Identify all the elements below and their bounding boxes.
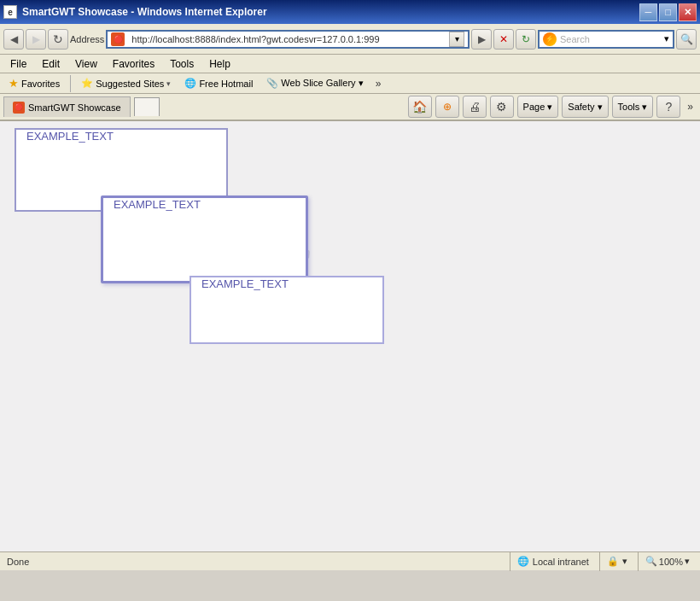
search-button[interactable]: 🔍: [676, 29, 697, 50]
menu-file[interactable]: File: [3, 56, 33, 72]
status-text: Done: [3, 557, 29, 567]
favorites-star-icon: ★: [9, 77, 19, 90]
tab-smartgwt[interactable]: 🔴 SmartGWT Showcase: [3, 96, 131, 117]
suggested-sites-item[interactable]: ⭐ Suggested Sites ▾: [76, 76, 176, 90]
address-dropdown-button[interactable]: ▾: [449, 32, 464, 47]
title-bar: e SmartGWT Showcase - Windows Internet E…: [0, 0, 700, 24]
search-dropdown-button[interactable]: ▾: [664, 33, 669, 44]
window-controls[interactable]: ─ □ ✕: [639, 3, 697, 21]
close-button[interactable]: ✕: [679, 3, 697, 21]
menu-help[interactable]: Help: [202, 56, 237, 72]
more-tools-button[interactable]: »: [684, 101, 697, 113]
suggested-sites-chevron-icon: ▾: [166, 79, 171, 88]
menu-view[interactable]: View: [68, 56, 104, 72]
suggested-sites-label: Suggested Sites: [96, 79, 164, 89]
print-button[interactable]: 🖨: [463, 96, 487, 118]
zoom-icon: 🔍: [645, 556, 657, 567]
nav-action-buttons: ▶ ✕ ↻: [471, 29, 536, 50]
status-right: 🌐 Local intranet 🔒 ▾ 🔍 100% ▾: [510, 552, 697, 571]
tools-dropdown[interactable]: Tools ▾: [612, 96, 654, 118]
go-button[interactable]: ▶: [471, 29, 492, 50]
address-input[interactable]: 🔴 http://localhost:8888/index.html?gwt.c…: [106, 30, 470, 49]
web-slice-gallery-label: Web Slice Gallery ▾: [281, 78, 363, 89]
app-icon: e: [3, 5, 17, 19]
address-label: Address: [70, 34, 104, 44]
panel-3-text: EXAMPLE_TEXT: [191, 267, 299, 300]
toolbar-right-buttons: 🏠 ⊕ 🖨 ⚙ Page ▾ Safety ▾ Tools ▾ ? »: [408, 96, 697, 118]
tab-label: SmartGWT Showcase: [28, 102, 121, 113]
help-button[interactable]: ?: [656, 96, 680, 118]
zoom-label: 100%: [659, 557, 683, 567]
title-bar-left: e SmartGWT Showcase - Windows Internet E…: [3, 5, 267, 19]
new-tab[interactable]: [134, 97, 160, 116]
menu-edit[interactable]: Edit: [35, 56, 67, 72]
zoom-chevron: ▾: [685, 556, 690, 567]
divider: [70, 75, 71, 92]
search-bar[interactable]: ⚡ Search ▾: [538, 30, 674, 49]
content-area: www.java2s.com EXAMPLE_TEXT EXAMPLE_TEXT…: [0, 121, 700, 551]
maximize-button[interactable]: □: [659, 3, 677, 21]
menu-bar: File Edit View Favorites Tools Help: [0, 55, 700, 73]
url-text: http://localhost:8888/index.html?gwt.cod…: [131, 34, 446, 44]
rss-button[interactable]: ⊕: [435, 96, 459, 118]
panel-2-text: EXAMPLE_TEXT: [103, 188, 211, 221]
back-button[interactable]: ◀: [3, 29, 24, 50]
favicon: 🔴: [111, 32, 125, 46]
address-bar: Address 🔴 http://localhost:8888/index.ht…: [70, 29, 536, 50]
web-slice-icon: 📎: [266, 78, 278, 89]
status-bar: Done 🌐 Local intranet 🔒 ▾ 🔍 100% ▾: [0, 551, 700, 570]
free-hotmail-label: Free Hotmail: [199, 79, 253, 89]
status-zoom[interactable]: 🔍 100% ▾: [638, 552, 697, 571]
tab-area: 🔴 SmartGWT Showcase: [3, 96, 160, 117]
safety-dropdown[interactable]: Safety ▾: [562, 96, 608, 118]
zone-icon: 🌐: [517, 556, 529, 567]
favorites-label: Favorites: [21, 79, 60, 89]
free-hotmail-icon: 🌐: [184, 78, 196, 89]
tab-favicon: 🔴: [13, 102, 25, 114]
home-button[interactable]: 🏠: [408, 96, 432, 118]
safety-label: Safety ▾: [568, 102, 602, 113]
page-label: Page ▾: [523, 102, 553, 113]
forward-button[interactable]: ▶: [26, 29, 46, 50]
more-favorites-button[interactable]: »: [372, 78, 385, 90]
favorites-button[interactable]: ★ Favorites: [3, 75, 65, 91]
refresh-button[interactable]: ↻: [48, 29, 68, 50]
toolbar-bar: 🔴 SmartGWT Showcase 🏠 ⊕ 🖨 ⚙ Page ▾ Safet…: [0, 94, 700, 121]
search-placeholder: Search: [560, 34, 590, 44]
status-zone: 🌐 Local intranet: [510, 552, 596, 571]
lock-icon: 🔒: [607, 556, 619, 567]
window-title: SmartGWT Showcase - Windows Internet Exp…: [22, 6, 267, 18]
suggested-sites-icon: ⭐: [81, 78, 93, 89]
zone-label: Local intranet: [533, 557, 589, 567]
web-slice-gallery-item[interactable]: 📎 Web Slice Gallery ▾: [261, 76, 368, 90]
tools-label: Tools ▾: [618, 102, 648, 113]
minimize-button[interactable]: ─: [639, 3, 657, 21]
menu-favorites[interactable]: Favorites: [106, 56, 161, 72]
menu-tools[interactable]: Tools: [163, 56, 201, 72]
navigation-bar: ◀ ▶ ↻ Address 🔴 http://localhost:8888/in…: [0, 24, 700, 55]
stop-button[interactable]: ✕: [493, 29, 514, 50]
panel-container: www.java2s.com EXAMPLE_TEXT EXAMPLE_TEXT…: [0, 121, 700, 551]
panel-1-text: EXAMPLE_TEXT: [16, 121, 124, 153]
reload-button[interactable]: ↻: [516, 29, 536, 50]
status-lock[interactable]: 🔒 ▾: [599, 552, 634, 571]
print2-button[interactable]: ⚙: [490, 96, 514, 118]
page-dropdown[interactable]: Page ▾: [517, 96, 559, 118]
live-search-icon: ⚡: [543, 32, 557, 46]
free-hotmail-item[interactable]: 🌐 Free Hotmail: [179, 76, 258, 90]
favorites-bar: ★ Favorites ⭐ Suggested Sites ▾ 🌐 Free H…: [0, 73, 700, 94]
lock-chevron: ▾: [622, 556, 627, 567]
help-label: ?: [665, 100, 672, 114]
example-panel-3: EXAMPLE_TEXT: [190, 276, 384, 344]
